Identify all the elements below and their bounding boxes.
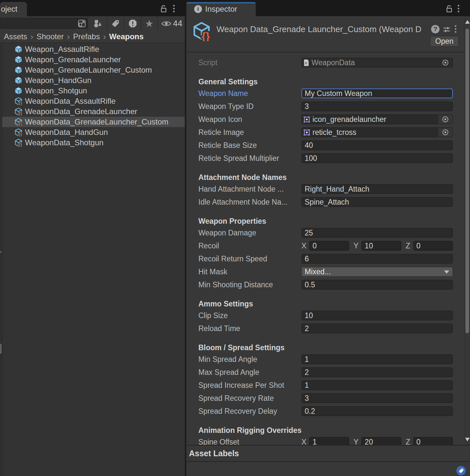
weapon-damage-input[interactable]: 25: [301, 228, 453, 238]
add-label-button[interactable]: [456, 466, 466, 475]
section-header-bloom: Bloom / Spread Settings: [198, 343, 453, 352]
inspector-lock-icon[interactable]: [446, 5, 453, 15]
spread-recovery-rate-input[interactable]: 3: [301, 393, 453, 403]
min-spread-angle-row: Min Spread Angle 1: [198, 354, 453, 364]
list-item-scriptable-object[interactable]: WeaponData_Shotgun: [2, 137, 185, 148]
object-picker-icon[interactable]: [438, 58, 452, 67]
weapon-icon-field[interactable]: icon_grenadelauncher: [301, 114, 453, 124]
spine-offset-x-input[interactable]: 1: [309, 437, 349, 445]
idle-attachment-input[interactable]: Spine_Attach: [301, 197, 453, 207]
min-shooting-distance-row: Min Shooting Distance 0.5: [198, 280, 453, 290]
breadcrumb-shooter[interactable]: Shooter: [37, 32, 64, 41]
list-item-prefab[interactable]: Weapon_Shotgun: [2, 86, 185, 96]
list-item-scriptable-object-selected[interactable]: WeaponData_GrenadeLauncher_Custom: [2, 117, 185, 127]
reload-time-row: Reload Time 2: [198, 324, 453, 333]
spread-recovery-delay-input[interactable]: 0.2: [301, 406, 453, 416]
min-spread-angle-input[interactable]: 1: [301, 354, 453, 364]
scroll-down-icon[interactable]: [465, 438, 470, 441]
weapon-icon-row: Weapon Icon icon_grenadelauncher: [198, 114, 453, 124]
list-item-scriptable-object[interactable]: WeaponData_GrenadeLauncher: [2, 106, 185, 117]
min-shooting-distance-input[interactable]: 0.5: [301, 280, 453, 290]
scrollbar-thumb[interactable]: [465, 29, 469, 333]
open-button[interactable]: Open: [430, 36, 459, 47]
clip-size-input[interactable]: 10: [301, 311, 453, 320]
svg-text:#: #: [305, 60, 307, 65]
breadcrumb-prefabs[interactable]: Prefabs: [73, 32, 100, 41]
spread-increase-input[interactable]: 1: [301, 380, 453, 390]
search-input[interactable]: [0, 18, 87, 29]
inspector-scrollbar[interactable]: [464, 16, 470, 445]
reticle-base-size-label: Reticle Base Size: [198, 141, 301, 150]
help-icon[interactable]: ?: [431, 25, 440, 33]
script-row: Script # WeaponData: [198, 58, 453, 67]
list-item-prefab[interactable]: Weapon_HandGun: [2, 75, 185, 86]
weapon-type-id-row: Weapon Type ID 3: [198, 101, 453, 111]
eye-icon: [161, 20, 171, 27]
asset-labels-header[interactable]: Asset Labels: [186, 446, 470, 462]
axis-y-label: Y: [354, 242, 358, 250]
info-icon: i: [194, 5, 202, 13]
object-picker-icon[interactable]: [438, 128, 452, 137]
tab-bar: oject i Inspector: [0, 0, 470, 16]
hand-attachment-input[interactable]: Right_Hand_Attach: [301, 184, 453, 194]
reticle-image-label: Reticle Image: [198, 128, 301, 137]
list-item-scriptable-object[interactable]: WeaponData_AssaultRifle: [2, 96, 185, 106]
inspector-menu-icon[interactable]: [458, 5, 459, 12]
recoil-z-input[interactable]: 0: [413, 241, 453, 251]
weapon-type-id-label: Weapon Type ID: [198, 102, 301, 111]
filter-by-type-button[interactable]: [88, 16, 107, 31]
visible-count-button[interactable]: 44: [157, 16, 185, 31]
project-lock-icon[interactable]: [160, 5, 168, 15]
filter-by-label-button[interactable]: [107, 16, 124, 31]
min-spread-angle-value: 1: [305, 355, 309, 364]
reticle-spread-multiplier-input[interactable]: 100: [301, 153, 453, 163]
spine-offset-y-input[interactable]: 20: [361, 437, 401, 445]
object-picker-icon[interactable]: [438, 115, 452, 124]
list-item-prefab[interactable]: Weapon_AssaultRifle: [2, 44, 185, 54]
recoil-x-value: 0: [312, 242, 317, 250]
max-spread-angle-input[interactable]: 2: [301, 367, 453, 377]
recoil-z-value: 0: [417, 242, 421, 250]
reload-time-input[interactable]: 2: [301, 324, 453, 333]
reticle-image-field[interactable]: reticle_tcross: [301, 127, 453, 137]
expand-search-icon[interactable]: [77, 19, 86, 28]
scriptable-object-icon: [14, 138, 23, 147]
warnings-filter-button[interactable]: [124, 16, 141, 31]
recoil-y-input[interactable]: 10: [361, 241, 401, 251]
file-name: WeaponData_AssaultRifle: [25, 97, 116, 106]
search-field[interactable]: [0, 18, 88, 29]
chevron-right-icon: ›: [30, 32, 33, 42]
scroll-up-icon[interactable]: [465, 20, 470, 24]
recoil-return-speed-input[interactable]: 6: [301, 254, 453, 264]
recoil-return-speed-value: 6: [305, 255, 309, 263]
favorites-filter-button[interactable]: ★: [141, 16, 157, 31]
axis-z-label: Z: [406, 438, 410, 445]
weapon-name-input[interactable]: My Custom Weapon: [301, 89, 453, 98]
file-name: Weapon_HandGun: [25, 76, 91, 85]
breadcrumb-weapons[interactable]: Weapons: [109, 32, 144, 41]
prefab-cube-icon: [14, 87, 23, 95]
recoil-x-input[interactable]: 0: [309, 241, 349, 251]
hit-mask-dropdown[interactable]: Mixed...: [301, 267, 453, 277]
inspector-more-icon[interactable]: [455, 25, 456, 33]
prefab-cube-icon: [14, 55, 23, 64]
reticle-base-size-input[interactable]: 40: [301, 140, 453, 150]
script-field: # WeaponData: [301, 58, 453, 67]
hand-attachment-row: Hand Attachment Node ... Right_Hand_Atta…: [198, 184, 453, 194]
spine-offset-z-input[interactable]: 0: [413, 437, 453, 445]
weapon-icon-value: icon_grenadelauncher: [312, 115, 386, 124]
presets-icon[interactable]: [442, 25, 451, 34]
list-item-prefab[interactable]: Weapon_GrenadeLauncher_Custom: [2, 65, 185, 75]
scriptable-object-icon: [14, 107, 23, 116]
clip-size-value: 10: [305, 311, 313, 320]
tab-project[interactable]: oject: [0, 2, 27, 16]
list-item-scriptable-object[interactable]: WeaponData_HandGun: [2, 127, 185, 137]
breadcrumb-assets[interactable]: Assets: [4, 32, 27, 41]
weapon-type-id-input[interactable]: 3: [301, 101, 453, 111]
list-item-prefab[interactable]: Weapon_GrenadeLauncher: [2, 54, 185, 65]
tab-inspector[interactable]: i Inspector: [186, 2, 256, 16]
recoil-return-speed-label: Recoil Return Speed: [198, 255, 301, 263]
prefab-cube-icon: [14, 45, 23, 54]
project-menu-icon[interactable]: [173, 5, 175, 12]
shapes-icon: [93, 19, 102, 28]
